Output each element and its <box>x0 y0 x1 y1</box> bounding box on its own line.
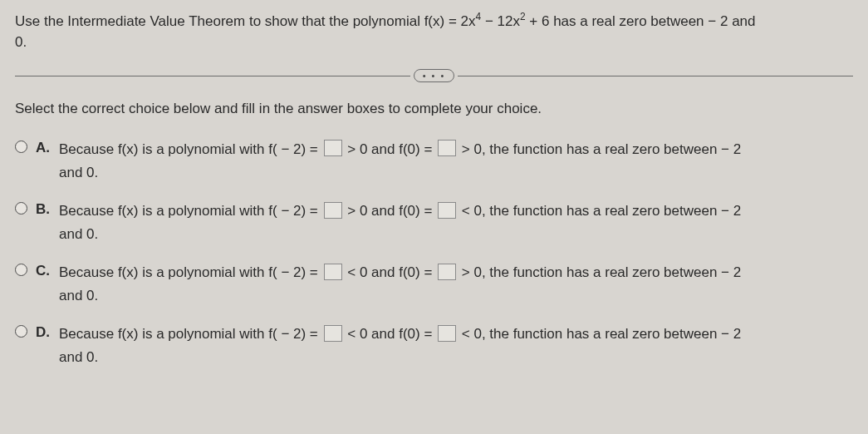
choice-body-b: Because f(x) is a polynomial with f( − 2… <box>59 200 853 246</box>
choice-c-cmp2: > 0, the function has a real zero betwee… <box>458 264 741 280</box>
question-line1-pre: Use the Intermediate Value Theorem to sh… <box>15 13 476 29</box>
choice-letter-d: D. <box>36 323 51 343</box>
radio-c[interactable] <box>15 264 27 276</box>
instruction-text: Select the correct choice below and fill… <box>15 99 853 120</box>
choice-d-tail: and 0. <box>59 349 98 365</box>
choice-c-tail: and 0. <box>59 288 98 303</box>
choice-b[interactable]: B. Because f(x) is a polynomial with f( … <box>15 200 853 246</box>
choice-a[interactable]: A. Because f(x) is a polynomial with f( … <box>15 138 853 185</box>
choice-a-cmp2: > 0, the function has a real zero betwee… <box>458 141 741 157</box>
radio-d[interactable] <box>15 325 27 338</box>
choice-c-pre: Because f(x) is a polynomial with f( − 2… <box>59 264 322 280</box>
answer-blank-a1[interactable] <box>324 140 342 156</box>
choice-body-c: Because f(x) is a polynomial with f( − 2… <box>59 261 853 308</box>
divider-line-right <box>458 76 853 76</box>
choice-c[interactable]: C. Because f(x) is a polynomial with f( … <box>15 261 853 308</box>
question-line2: 0. <box>15 34 27 50</box>
question-exp2: 2 <box>520 11 526 22</box>
question-prompt: Use the Intermediate Value Theorem to sh… <box>15 12 853 52</box>
answer-blank-c1[interactable] <box>324 264 342 280</box>
divider-row: • • • <box>15 69 853 82</box>
choice-body-d: Because f(x) is a polynomial with f( − 2… <box>59 323 853 369</box>
answer-blank-c2[interactable] <box>438 264 456 280</box>
answer-blank-d1[interactable] <box>324 325 342 342</box>
answer-blank-d2[interactable] <box>438 325 456 342</box>
choice-b-cmp1: > 0 and f(0) = <box>344 203 437 219</box>
radio-a[interactable] <box>15 141 27 153</box>
divider-line-left <box>15 76 410 76</box>
answer-blank-b2[interactable] <box>438 202 456 219</box>
choice-b-pre: Because f(x) is a polynomial with f( − 2… <box>59 203 322 219</box>
answer-blank-a2[interactable] <box>438 140 456 156</box>
choice-b-tail: and 0. <box>59 226 98 242</box>
choice-a-tail: and 0. <box>59 165 98 180</box>
choice-letter-b: B. <box>36 200 51 220</box>
answer-blank-b1[interactable] <box>324 202 342 219</box>
choice-d[interactable]: D. Because f(x) is a polynomial with f( … <box>15 323 853 369</box>
question-mid1: − 12x <box>481 13 520 29</box>
choice-d-cmp2: < 0, the function has a real zero betwee… <box>458 326 741 342</box>
choice-a-cmp1: > 0 and f(0) = <box>344 141 437 157</box>
choice-d-cmp1: < 0 and f(0) = <box>344 326 437 342</box>
question-line1-post: + 6 has a real zero between − 2 and <box>526 13 756 29</box>
choice-body-a: Because f(x) is a polynomial with f( − 2… <box>59 138 853 185</box>
more-pill[interactable]: • • • <box>414 69 455 82</box>
choice-letter-c: C. <box>36 261 51 282</box>
choice-letter-a: A. <box>36 138 51 159</box>
choice-a-pre: Because f(x) is a polynomial with f( − 2… <box>59 141 322 157</box>
choice-c-cmp1: < 0 and f(0) = <box>344 264 437 280</box>
choice-d-pre: Because f(x) is a polynomial with f( − 2… <box>59 326 322 342</box>
choice-b-cmp2: < 0, the function has a real zero betwee… <box>458 203 741 219</box>
radio-b[interactable] <box>15 202 27 215</box>
